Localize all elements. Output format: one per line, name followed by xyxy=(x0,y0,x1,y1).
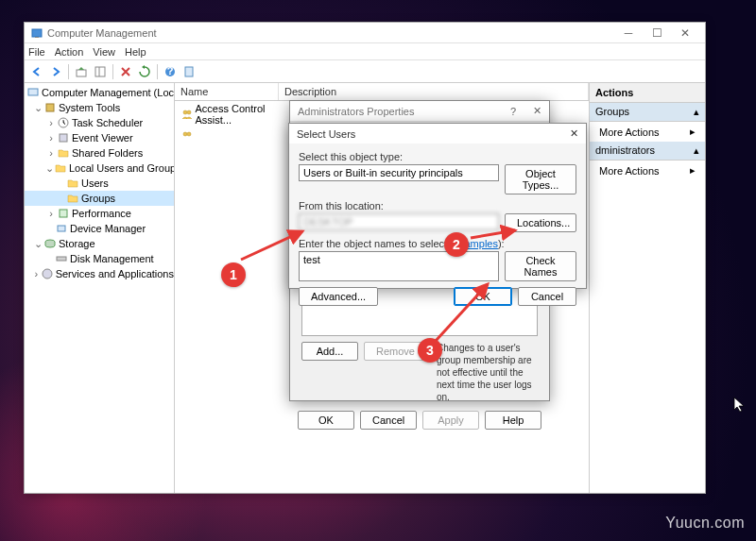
users-groups-icon xyxy=(54,161,67,175)
tree-groups[interactable]: Groups xyxy=(25,191,174,206)
location-label: From this location: xyxy=(299,200,576,211)
folder-icon xyxy=(57,146,70,160)
svg-rect-1 xyxy=(35,37,39,38)
actions-group-admins[interactable]: dministrators▴ xyxy=(590,142,705,161)
list-header: Name Description xyxy=(175,83,589,101)
svg-point-18 xyxy=(187,110,191,114)
expand-icon[interactable]: ⌄ xyxy=(32,102,43,114)
computer-icon xyxy=(26,86,40,99)
dialog-title: Administrators Properties xyxy=(298,106,415,117)
tree-task-scheduler[interactable]: › Task Scheduler xyxy=(25,115,174,130)
actions-group-groups[interactable]: Groups▴ xyxy=(590,103,705,122)
expand-icon[interactable]: › xyxy=(45,208,57,219)
folder-icon xyxy=(66,177,79,190)
svg-point-20 xyxy=(187,132,191,136)
dialog-titlebar: Administrators Properties ? ✕ xyxy=(290,101,549,122)
object-types-button[interactable]: Object Types... xyxy=(505,164,576,194)
cancel-button[interactable]: Cancel xyxy=(518,287,576,306)
locations-button[interactable]: Locations... xyxy=(505,213,576,232)
navigation-tree[interactable]: Computer Management (Local ⌄ System Tool… xyxy=(25,83,175,493)
refresh-button[interactable] xyxy=(136,63,153,80)
collapse-icon: ▴ xyxy=(694,106,699,118)
chevron-right-icon: ▸ xyxy=(690,164,696,177)
examples-link[interactable]: examples xyxy=(454,238,498,249)
ok-button[interactable]: OK xyxy=(454,287,512,306)
tree-storage[interactable]: ⌄ Storage xyxy=(25,236,174,251)
expand-icon[interactable]: › xyxy=(45,117,57,128)
performance-icon xyxy=(57,207,70,220)
forward-button[interactable] xyxy=(47,63,64,80)
membership-note: Changes to a user's group membership are… xyxy=(437,342,538,403)
column-description[interactable]: Description xyxy=(279,83,589,100)
tree-local-users-groups[interactable]: ⌄ Local Users and Groups xyxy=(25,161,174,176)
delete-button[interactable] xyxy=(117,63,134,80)
svg-rect-7 xyxy=(185,67,193,76)
object-type-field: Users or Built-in security principals xyxy=(299,164,499,181)
maximize-button[interactable]: ☐ xyxy=(643,24,671,42)
menu-help[interactable]: Help xyxy=(125,46,146,58)
expand-icon[interactable]: › xyxy=(45,132,57,144)
svg-point-19 xyxy=(183,132,187,136)
object-names-input[interactable]: test xyxy=(299,251,499,281)
help-button[interactable]: Help xyxy=(485,411,541,430)
device-icon xyxy=(55,222,68,235)
more-actions-1[interactable]: More Actions▸ xyxy=(590,122,705,142)
ok-button[interactable]: OK xyxy=(298,411,354,430)
close-icon[interactable]: ✕ xyxy=(533,105,541,117)
svg-rect-15 xyxy=(57,257,66,261)
tree-device-manager[interactable]: Device Manager xyxy=(25,221,174,236)
menu-action[interactable]: Action xyxy=(55,46,84,58)
folder-icon xyxy=(66,192,79,205)
apply-button: Apply xyxy=(422,411,479,430)
event-icon xyxy=(57,131,70,144)
close-icon[interactable]: ✕ xyxy=(570,127,578,140)
tree-system-tools[interactable]: ⌄ System Tools xyxy=(25,100,174,115)
dialog-titlebar: Select Users ✕ xyxy=(289,124,586,144)
object-type-label: Select this object type: xyxy=(299,151,576,162)
menubar: File Action View Help xyxy=(25,43,705,60)
properties-button[interactable] xyxy=(180,63,198,80)
menu-file[interactable]: File xyxy=(28,46,45,58)
back-button[interactable] xyxy=(28,63,45,80)
svg-rect-0 xyxy=(32,29,42,37)
window-title: Computer Management xyxy=(47,27,614,39)
services-icon xyxy=(41,267,54,280)
menu-view[interactable]: View xyxy=(93,46,115,58)
tree-performance[interactable]: › Performance xyxy=(25,206,174,221)
svg-rect-2 xyxy=(77,70,86,76)
dialog-title: Select Users xyxy=(297,128,570,140)
tree-shared-folders[interactable]: › Shared Folders xyxy=(25,145,174,161)
expand-icon[interactable]: ⌄ xyxy=(32,238,43,250)
expand-icon[interactable]: › xyxy=(45,147,57,159)
tree-event-viewer[interactable]: › Event Viewer xyxy=(25,130,174,145)
check-names-button[interactable]: Check Names xyxy=(505,251,576,281)
tree-users[interactable]: Users xyxy=(25,176,174,191)
svg-rect-13 xyxy=(58,226,65,231)
expand-icon[interactable]: › xyxy=(32,268,41,279)
watermark: Yuucn.com xyxy=(665,515,745,532)
close-button[interactable]: ✕ xyxy=(671,24,699,42)
toolbar: ? xyxy=(25,60,705,83)
tools-icon xyxy=(43,101,57,114)
actions-panel: Actions Groups▴ More Actions▸ dministrat… xyxy=(589,83,705,493)
svg-point-17 xyxy=(183,110,187,114)
more-actions-2[interactable]: More Actions▸ xyxy=(590,161,705,180)
group-icon xyxy=(180,108,192,121)
minimize-button[interactable]: ─ xyxy=(614,24,643,42)
tree-disk-management[interactable]: Disk Management xyxy=(25,251,174,266)
show-hide-button[interactable] xyxy=(92,63,109,80)
tree-root[interactable]: Computer Management (Local xyxy=(25,85,174,100)
tree-services-apps[interactable]: › Services and Applications xyxy=(25,266,174,281)
select-users-dialog: Select Users ✕ Select this object type: … xyxy=(288,123,587,289)
advanced-button[interactable]: Advanced... xyxy=(299,287,378,306)
up-button[interactable] xyxy=(73,63,90,80)
help-button[interactable]: ? xyxy=(162,63,179,80)
app-icon xyxy=(30,26,43,40)
help-icon[interactable]: ? xyxy=(510,106,516,117)
cancel-button[interactable]: Cancel xyxy=(360,411,417,430)
add-button[interactable]: Add... xyxy=(301,342,358,361)
expand-icon[interactable]: ⌄ xyxy=(45,162,54,175)
chevron-right-icon: ▸ xyxy=(690,126,696,138)
group-icon xyxy=(180,129,194,143)
column-name[interactable]: Name xyxy=(175,83,279,100)
